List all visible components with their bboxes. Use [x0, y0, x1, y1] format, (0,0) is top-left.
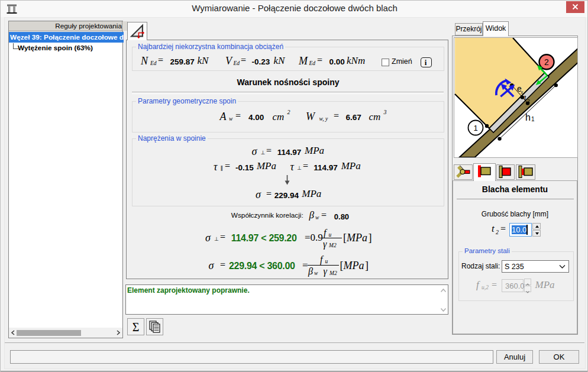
svg-text:1: 1	[531, 116, 535, 122]
svg-text:h: h	[525, 112, 531, 122]
svg-text:1: 1	[473, 124, 477, 132]
svg-text:2: 2	[544, 57, 549, 67]
svg-text:2: 2	[527, 98, 530, 104]
svg-text:t: t	[524, 93, 526, 102]
svg-text:x: x	[521, 89, 524, 95]
